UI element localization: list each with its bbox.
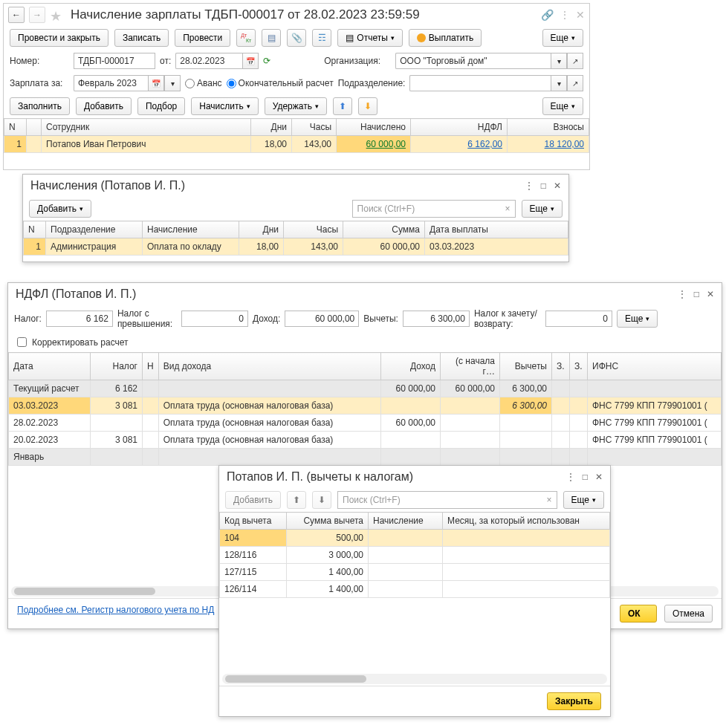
date-refresh-icon[interactable]: ⟳	[263, 56, 270, 66]
period-field[interactable]: Февраль 2023	[74, 75, 148, 91]
accrue-button[interactable]: Начислить	[191, 97, 258, 115]
col-ndfl[interactable]: НДФЛ	[411, 119, 508, 136]
more-button[interactable]: Еще	[542, 29, 583, 47]
period-dropdown-icon[interactable]: ▾	[164, 75, 181, 91]
dept-open-icon[interactable]: ↗	[567, 75, 583, 91]
employees-table: N Сотрудник Дни Часы Начислено НДФЛ Взно…	[4, 118, 589, 153]
post-close-button[interactable]: Провести и закрыть	[10, 29, 108, 47]
fill-button[interactable]: Заполнить	[10, 97, 70, 115]
document-title: Начисление зарплаты ТДБП-000017 от 28.02…	[71, 7, 537, 22]
contrib-link[interactable]: 18 120,00	[545, 139, 584, 149]
col-contrib[interactable]: Взносы	[508, 119, 589, 136]
move-down-button[interactable]: ⬇	[358, 97, 377, 115]
date-field[interactable]: 28.02.2023	[175, 53, 242, 69]
col-days[interactable]: Дни	[251, 119, 292, 136]
advance-radio[interactable]: Аванс	[185, 78, 222, 88]
number-label: Номер:	[10, 56, 69, 66]
employee-row[interactable]: 1 Потапов Иван Петрович 18,00 143,00 60 …	[4, 136, 589, 153]
from-label: от:	[160, 56, 171, 66]
dept-label: Подразделение:	[338, 78, 406, 88]
structure-button[interactable]: ☶	[312, 29, 331, 47]
main-table-more-button[interactable]: Еще	[542, 97, 583, 115]
close-icon[interactable]: ✕	[576, 9, 585, 21]
post-button[interactable]: Провести	[175, 29, 230, 47]
period-calendar-icon[interactable]: 📅	[148, 75, 164, 91]
favorite-star-icon[interactable]: ★	[50, 8, 63, 22]
calendar-icon[interactable]: 📅	[242, 53, 259, 69]
period-label: Зарплата за:	[10, 78, 69, 88]
deduct-button[interactable]: Удержать	[265, 97, 327, 115]
coin-icon	[417, 33, 426, 42]
org-field[interactable]: ООО "Торговый дом"	[395, 53, 551, 69]
document-icon-button[interactable]: ▤	[262, 29, 281, 47]
col-accrued[interactable]: Начислено	[337, 119, 411, 136]
col-n[interactable]: N	[4, 119, 27, 136]
debit-credit-button[interactable]	[236, 29, 256, 47]
move-up-button[interactable]: ⬆	[333, 97, 352, 115]
dept-field[interactable]	[409, 75, 551, 91]
nav-forward-button[interactable]: →	[29, 7, 45, 23]
ndfl-link[interactable]: 6 162,00	[467, 139, 502, 149]
org-open-icon[interactable]: ↗	[567, 53, 583, 69]
col-employee[interactable]: Сотрудник	[42, 119, 251, 136]
pay-button[interactable]: Выплатить	[409, 29, 482, 47]
link-icon[interactable]: 🔗	[541, 9, 554, 21]
attachment-button[interactable]: 📎	[287, 29, 306, 47]
org-label: Организация:	[324, 56, 391, 66]
number-field[interactable]: ТДБП-000017	[74, 53, 155, 69]
dept-dropdown-icon[interactable]: ▾	[551, 75, 567, 91]
col-hours[interactable]: Часы	[292, 119, 337, 136]
save-button[interactable]: Записать	[114, 29, 169, 47]
col-marker[interactable]	[27, 119, 42, 136]
more-vertical-icon[interactable]: ⋮	[560, 9, 570, 21]
reports-button[interactable]: ▤ Отчеты	[337, 29, 402, 47]
org-dropdown-icon[interactable]: ▾	[551, 53, 567, 69]
add-button[interactable]: Добавить	[76, 97, 132, 115]
nav-back-button[interactable]: ←	[8, 7, 25, 23]
pick-button[interactable]: Подбор	[137, 97, 185, 115]
final-radio[interactable]: Окончательный расчет	[227, 78, 334, 88]
accrued-link[interactable]: 60 000,00	[366, 139, 406, 149]
salary-document-window: ← → ★ Начисление зарплаты ТДБП-000017 от…	[3, 3, 590, 170]
